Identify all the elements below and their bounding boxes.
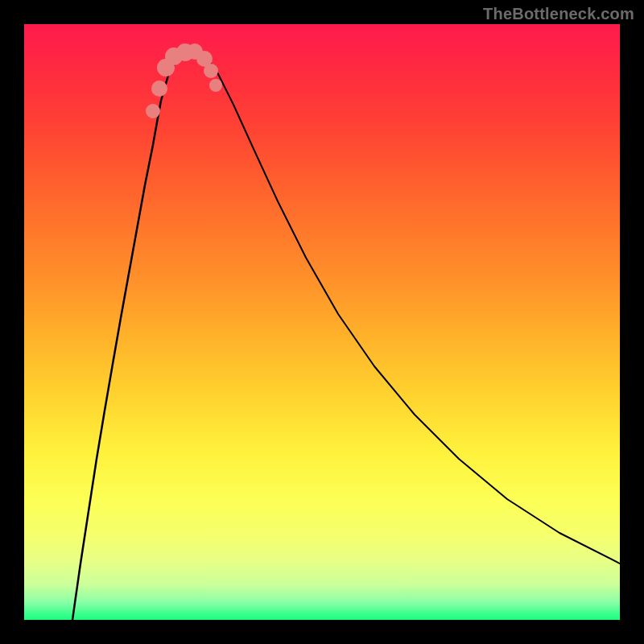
plot-svg [24,24,620,620]
right-curve [197,51,620,564]
trough-marker [146,104,160,118]
trough-marker [151,80,167,97]
left-curve [72,51,197,620]
watermark-text: TheBottleneck.com [483,5,634,23]
trough-marker [204,64,218,78]
chart-frame: TheBottleneck.com [0,0,644,644]
trough-markers [146,43,222,118]
plot-area [24,24,620,620]
trough-marker [209,79,222,92]
